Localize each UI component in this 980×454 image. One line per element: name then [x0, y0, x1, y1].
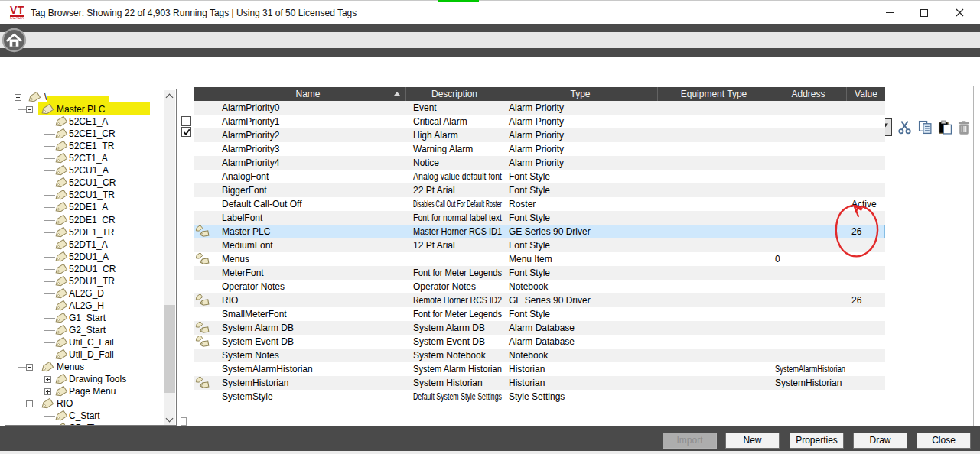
import-button[interactable]: Import: [663, 433, 717, 449]
copy-button[interactable]: [918, 120, 933, 135]
new-button[interactable]: New: [725, 433, 780, 449]
cell-address: SystemHistorian: [770, 376, 847, 390]
table-row-meterfont[interactable]: MeterFontFont for Meter LegendsFont Styl…: [194, 266, 885, 280]
home-icon: [2, 28, 27, 53]
draw-button[interactable]: Draw: [853, 433, 907, 449]
table-row-biggerfont[interactable]: BiggerFont22 Pt ArialFont Style: [194, 183, 885, 197]
table-row-system-alarm-db[interactable]: System Alarm DBSystem Alarm DBAlarm Data…: [194, 321, 885, 335]
table-row-menus[interactable]: MenusMenu Item0: [194, 252, 885, 266]
copy-icon: [918, 120, 933, 135]
table-row-analogfont[interactable]: AnalogFontAnalog value default fontFont …: [194, 170, 885, 183]
cell-address: [770, 183, 847, 197]
cell-value: [847, 252, 885, 266]
table-row-alarmpriority3[interactable]: AlarmPriority3Warning AlarmAlarm Priorit…: [194, 142, 885, 156]
column-header-type[interactable]: Type: [503, 87, 658, 101]
scroll-up-arrow[interactable]: [164, 90, 175, 102]
table-row-systemstyle[interactable]: SystemStyleDefault System Style Settings…: [194, 390, 885, 404]
table-row-smallmeterfont[interactable]: SmallMeterFontFont for Meter LegendsFont…: [194, 307, 885, 321]
tree-scrollbar: [164, 90, 175, 426]
table-row-alarmpriority1[interactable]: AlarmPriority1Critical AlarmAlarm Priori…: [194, 115, 885, 128]
collapse-box-icon[interactable]: [26, 400, 33, 407]
table-row-systemalarmhistorian[interactable]: SystemAlarmHistorianSystem Alarm Histori…: [194, 362, 885, 376]
tree-item-rio[interactable]: RIO: [5, 397, 164, 410]
column-header-equipment-type[interactable]: Equipment Type: [658, 87, 770, 101]
cell-description: [406, 252, 503, 266]
cell-description: System Alarm Historian: [406, 362, 503, 376]
table-row-alarmpriority4[interactable]: AlarmPriority4NoticeAlarm Priority: [194, 156, 885, 170]
scrollbar-thumb[interactable]: [164, 305, 175, 393]
tree-item-52ce1-tr[interactable]: 52CE1_TR: [5, 140, 164, 152]
tag-tree: \Master PLC52CE1_A52CE1_CR52CE1_TR52CT1_…: [5, 89, 164, 425]
maximize-button[interactable]: [908, 2, 940, 24]
table-row-master-plc[interactable]: Master PLCMaster Horner RCS ID1GE Series…: [194, 225, 885, 238]
table-row-system-notes[interactable]: System NotesSystem NotebookNotebook: [194, 349, 885, 362]
column-header-description[interactable]: Description: [406, 87, 503, 101]
collapse-box-icon[interactable]: [26, 364, 33, 371]
tree-item-page-menu[interactable]: Page Menu: [5, 385, 164, 397]
properties-button[interactable]: Properties: [790, 433, 844, 449]
scroll-down-arrow[interactable]: [164, 413, 175, 426]
tree-item-g2-start[interactable]: G2_Start: [5, 324, 164, 336]
cell-value: 26: [847, 293, 885, 307]
tree-item-52du1-a[interactable]: 52DU1_A: [5, 251, 164, 263]
tree-item-g1-start[interactable]: G1_Start: [5, 312, 164, 324]
cut-button[interactable]: [897, 120, 913, 135]
tree-item-master-plc[interactable]: Master PLC: [5, 103, 164, 115]
table-row-operator-notes[interactable]: Operator NotesOperator NotesNotebook: [194, 280, 885, 293]
table-row-mediumfont[interactable]: MediumFont12 Pt ArialFont Style: [194, 238, 885, 252]
cell-name: MediumFont: [210, 238, 406, 252]
tree-item-52cu1-a[interactable]: 52CU1_A: [5, 164, 164, 177]
column-header-name[interactable]: Name: [210, 87, 406, 101]
paste-button[interactable]: [938, 120, 953, 135]
table-row-labelfont[interactable]: LabelFontFont for normal label textFont …: [194, 211, 885, 225]
io-tags-icon: [194, 252, 210, 266]
tree-item-menus[interactable]: Menus: [5, 361, 164, 373]
tree-item-52ce1-cr[interactable]: 52CE1_CR: [5, 128, 164, 140]
splitter-handle[interactable]: [181, 417, 187, 426]
expand-box-icon[interactable]: [44, 388, 51, 395]
tree-item-root[interactable]: \: [5, 91, 164, 103]
cell-type: Alarm Priority: [503, 101, 658, 115]
close-button[interactable]: Close: [917, 433, 971, 449]
tree-item-52de1-a[interactable]: 52DE1_A: [5, 201, 164, 213]
table-row-default-call-out-off[interactable]: Default Call-Out OffDisables Call Out Fo…: [194, 197, 885, 211]
collapse-box-icon[interactable]: [15, 94, 21, 101]
tree-item-util-c-fail[interactable]: Util_C_Fail: [5, 336, 164, 349]
cell-name: AnalogFont: [210, 170, 406, 183]
cell-equipment-type: [658, 225, 770, 238]
collapse-box-icon[interactable]: [26, 106, 33, 113]
tree-item-util-d-fail[interactable]: Util_D_Fail: [5, 349, 164, 361]
tree-item-al2g-h[interactable]: AL2G_H: [5, 300, 164, 312]
tree-item-al2g-d[interactable]: AL2G_D: [5, 287, 164, 300]
tree-item-52de1-tr[interactable]: 52DE1_TR: [5, 226, 164, 238]
home-button[interactable]: [2, 28, 27, 53]
delete-button[interactable]: [957, 120, 972, 135]
tree-item-cd-tie[interactable]: CD_Tie: [5, 422, 164, 426]
tree-item-52du1-tr[interactable]: 52DU1_TR: [5, 275, 164, 287]
table-row-alarmpriority0[interactable]: AlarmPriority0EventAlarm Priority: [194, 101, 885, 115]
cell-address: [770, 170, 847, 183]
tree-item-52dt1-a[interactable]: 52DT1_A: [5, 238, 164, 251]
tree-item-52cu1-tr[interactable]: 52CU1_TR: [5, 189, 164, 201]
column-header-value[interactable]: Value: [847, 87, 885, 101]
io-tags-icon: [194, 225, 210, 238]
tree-item-52cu1-cr[interactable]: 52CU1_CR: [5, 177, 164, 189]
tree-item-drawing-tools[interactable]: Drawing Tools: [5, 373, 164, 385]
cell-name: BiggerFont: [210, 183, 406, 197]
tree-item-52ce1-a[interactable]: 52CE1_A: [5, 115, 164, 128]
cell-equipment-type: [658, 390, 770, 404]
table-row-system-event-db[interactable]: System Event DBSystem Event DBAlarm Data…: [194, 335, 885, 349]
tree-item-52du1-cr[interactable]: 52DU1_CR: [5, 263, 164, 275]
column-header-address[interactable]: Address: [770, 87, 847, 101]
table-row-rio[interactable]: RIORemote Horner RCS ID2GE Series 90 Dri…: [194, 293, 885, 307]
minimize-button[interactable]: [874, 2, 906, 24]
table-row-alarmpriority2[interactable]: AlarmPriority2High AlarmAlarm Priority: [194, 128, 885, 142]
expand-box-icon[interactable]: [44, 376, 51, 383]
close-button[interactable]: [943, 2, 975, 24]
tree-item-c-start[interactable]: C_Start: [5, 410, 164, 422]
tree-item-52de1-cr[interactable]: 52DE1_CR: [5, 214, 164, 226]
tree-item-52ct1-a[interactable]: 52CT1_A: [5, 152, 164, 164]
table-row-systemhistorian[interactable]: SystemHistorianSystem HistorianHistorian…: [194, 376, 885, 390]
close-icon: [956, 8, 964, 17]
cell-description: Remote Horner RCS ID2: [406, 293, 503, 307]
